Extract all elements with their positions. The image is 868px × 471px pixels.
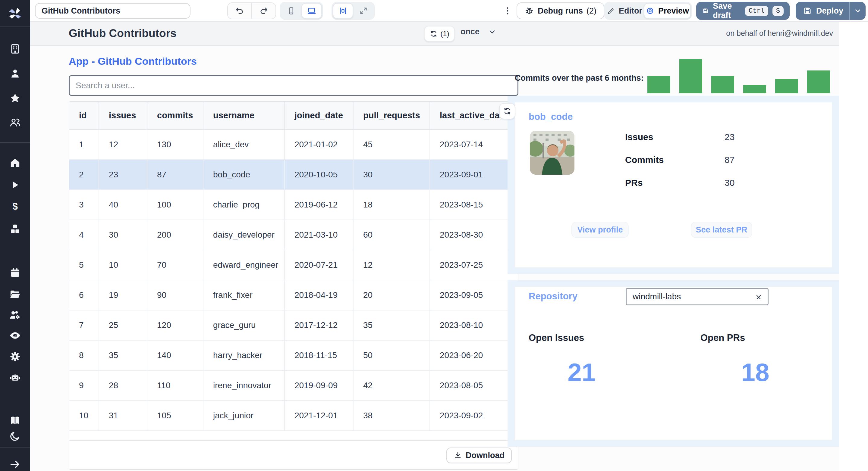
table-cell: grace_guru	[203, 310, 284, 340]
sidebar-item-workers[interactable]	[0, 307, 30, 324]
sidebar-item-resources[interactable]	[0, 221, 30, 237]
table-row[interactable]: 928110irene_innovator2019-09-09422023-08…	[69, 370, 518, 401]
app-title-input[interactable]	[35, 3, 190, 19]
sidebar-item-runs[interactable]	[0, 176, 30, 193]
column-header-id[interactable]: id	[69, 102, 99, 130]
table-row[interactable]: 112130alice_dev2021-01-02452023-07-14	[69, 130, 518, 160]
sidebar-item-dark-mode[interactable]	[0, 428, 30, 444]
table-row[interactable]: 835140harry_hacker2018-11-15502023-06-20	[69, 340, 518, 370]
sidebar-item-docs[interactable]	[0, 412, 30, 429]
column-header-issues[interactable]: issues	[99, 102, 147, 130]
table-cell: 28	[99, 370, 147, 401]
mobile-view-button[interactable]	[281, 3, 301, 19]
table-cell: 23	[99, 160, 147, 190]
column-header-joined_date[interactable]: joined_date	[284, 102, 353, 130]
table-cell: 2023-09-02	[430, 401, 518, 431]
view-profile-button[interactable]: View profile	[571, 222, 629, 238]
download-button[interactable]: Download	[446, 447, 512, 463]
save-draft-label: Save draft	[713, 1, 741, 20]
debug-runs-button[interactable]: Debug runs (2)	[517, 2, 604, 19]
table-cell: 120	[147, 310, 203, 340]
column-header-username[interactable]: username	[203, 102, 284, 130]
column-header-commits[interactable]: commits	[147, 102, 203, 130]
windmill-logo[interactable]	[0, 4, 30, 24]
table-cell: 20	[353, 280, 430, 310]
table-row[interactable]: 725120grace_guru2017-12-12352023-08-10	[69, 310, 518, 340]
contributor-username: bob_code	[529, 111, 572, 122]
see-latest-pr-button[interactable]: See latest PR	[691, 222, 752, 238]
sidebar-expand-button[interactable]	[0, 456, 30, 471]
repository-input[interactable]	[627, 289, 750, 304]
windmill-app-editor: $	[0, 0, 868, 471]
table-row[interactable]: 340100charlie_prog2019-06-12182023-08-15	[69, 190, 518, 220]
user-icon	[9, 68, 21, 79]
full-width-button[interactable]	[353, 3, 374, 19]
stat-value: 23	[724, 132, 735, 142]
sidebar-item-home[interactable]	[0, 154, 30, 171]
table-cell: 2023-09-05	[430, 280, 518, 310]
table-row[interactable]: 430200daisy_developer2021-03-10602023-08…	[69, 220, 518, 250]
expand-icon	[359, 6, 368, 15]
sidebar-item-schedules[interactable]	[0, 264, 30, 281]
sidebar-item-settings[interactable]	[0, 348, 30, 365]
debug-runs-count: (2)	[587, 6, 596, 16]
repository-heading: Repository	[529, 291, 578, 302]
sidebar-item-ai[interactable]	[0, 369, 30, 386]
clear-input-button[interactable]	[753, 292, 764, 303]
table-cell: jack_junior	[203, 401, 284, 431]
table-row[interactable]: 61990frank_fixer2018-04-19202023-09-05	[69, 280, 518, 310]
sidebar-item-favorites[interactable]	[0, 90, 30, 107]
save-draft-button[interactable]: Save draft Ctrl S	[696, 2, 789, 20]
eye-icon	[9, 329, 22, 342]
table-cell: 2019-09-09	[284, 370, 353, 401]
repository-input-wrap	[626, 288, 769, 305]
table-cell: 100	[147, 190, 203, 220]
redo-button[interactable]	[252, 3, 276, 19]
chart-bar	[679, 59, 702, 93]
table-footer: Download	[69, 441, 518, 469]
open-issues-value: 21	[539, 358, 624, 387]
schedule-dropdown[interactable]: once	[461, 27, 496, 36]
chart-bar	[775, 79, 798, 93]
kbd-ctrl: Ctrl	[745, 6, 768, 16]
deploy-button-group: Deploy	[796, 2, 866, 20]
table-row[interactable]: 1031105jack_junior2021-12-01382023-09-02	[69, 401, 518, 431]
deploy-dropdown-button[interactable]	[850, 2, 866, 20]
column-header-pull_requests[interactable]: pull_requests	[353, 102, 430, 130]
table-cell: 12	[99, 130, 147, 160]
sidebar-item-audit-logs[interactable]	[0, 327, 30, 344]
editor-tab[interactable]: Editor	[605, 3, 644, 19]
table-row[interactable]: 51070edward_engineer2020-07-21122023-07-…	[69, 250, 518, 280]
x-clear-icon	[755, 293, 763, 301]
deploy-button[interactable]: Deploy	[796, 2, 849, 20]
sidebar-item-workspace[interactable]	[0, 40, 30, 57]
table-cell: 2023-06-20	[430, 340, 518, 370]
table-cell: 2023-08-10	[430, 310, 518, 340]
table-cell: 8	[69, 340, 99, 370]
more-options-button[interactable]	[501, 4, 514, 18]
table-cell: 2020-10-05	[284, 160, 353, 190]
svg-text:$: $	[12, 201, 18, 212]
sidebar-item-user[interactable]	[0, 65, 30, 82]
users-gear-icon	[9, 309, 22, 321]
center-content-button[interactable]	[333, 3, 353, 19]
chevron-down-icon	[488, 28, 496, 36]
table-cell: 4	[69, 220, 99, 250]
preview-tab[interactable]: Preview	[644, 3, 691, 19]
table-refresh-button[interactable]	[499, 103, 516, 119]
undo-button[interactable]	[228, 3, 251, 19]
kebab-menu-icon	[503, 5, 513, 16]
download-label: Download	[466, 451, 504, 460]
table-cell: daisy_developer	[203, 220, 284, 250]
table-cell: 2020-07-21	[284, 250, 353, 280]
desktop-view-button[interactable]	[301, 3, 322, 19]
folder-icon	[9, 288, 21, 300]
sidebar-item-variables[interactable]: $	[0, 198, 30, 215]
mobile-icon	[287, 6, 296, 15]
search-input[interactable]	[69, 75, 518, 96]
table-row[interactable]: 22387bob_code2020-10-05302023-09-01	[69, 160, 518, 190]
sidebar-item-groups[interactable]	[0, 114, 30, 131]
app-refresh-button[interactable]: (1)	[424, 26, 455, 41]
table-empty-strip	[69, 431, 518, 441]
sidebar-item-folders[interactable]	[0, 285, 30, 302]
